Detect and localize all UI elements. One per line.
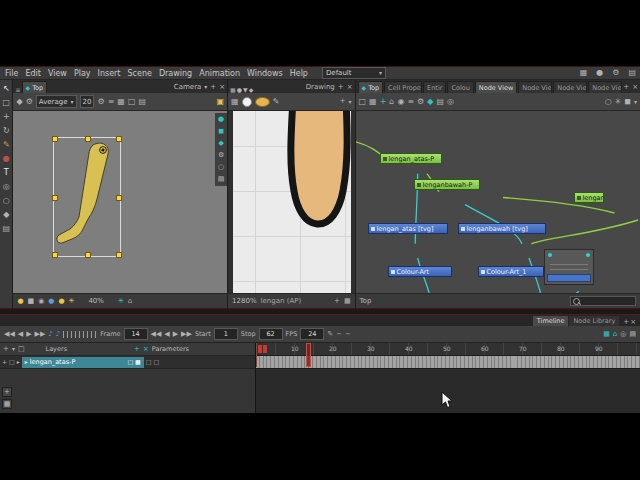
handle-ne[interactable]: [116, 136, 122, 142]
fps-field[interactable]: 24: [300, 328, 324, 340]
menu-icon[interactable]: ≡: [407, 98, 414, 106]
hand-tool-icon[interactable]: ◆: [3, 211, 9, 219]
port-icon[interactable]: [548, 253, 552, 257]
add-icon[interactable]: +: [334, 298, 340, 305]
box-icon[interactable]: □: [359, 98, 367, 106]
bars-icon[interactable]: ▤: [628, 69, 636, 77]
add-view-icon[interactable]: +: [210, 84, 216, 91]
menu-play[interactable]: Play: [73, 69, 92, 78]
star-icon[interactable]: ✳: [615, 98, 622, 106]
tab-node-vie-3[interactable]: Node Vie: [588, 81, 622, 93]
node-lenganbawah-tvg[interactable]: lenganbawah [tvg]: [458, 223, 546, 234]
workspace-select[interactable]: Default ▾: [322, 67, 386, 79]
handle-sw[interactable]: [52, 252, 58, 258]
tab-node-view[interactable]: Node View: [475, 81, 517, 93]
frame-ruler[interactable]: 10 20 30 40 50 60 70 80 90: [256, 343, 640, 356]
diamond-icon[interactable]: ◆: [427, 98, 433, 106]
add-icon[interactable]: +: [2, 359, 7, 365]
add-layer-icon[interactable]: +: [3, 346, 9, 353]
selection-box[interactable]: [53, 137, 121, 257]
flash-icon[interactable]: ✳: [69, 298, 75, 305]
dot-icon[interactable]: ●: [596, 69, 603, 77]
eyedropper-tool-icon[interactable]: ◎: [3, 183, 10, 191]
chevron-down-icon[interactable]: ▾: [634, 99, 637, 105]
text-tool-icon[interactable]: T: [4, 169, 9, 177]
node-graph[interactable]: lengan_atas-P lenganbawah-P lengan lenga…: [356, 111, 640, 293]
transform-icon[interactable]: ◆: [16, 98, 22, 106]
step-back-button[interactable]: ◀: [164, 331, 169, 338]
smoothing-value-stepper[interactable]: 20: [80, 95, 95, 108]
bars-icon[interactable]: ▤: [138, 98, 146, 106]
node-group-breadcrumb[interactable]: Top: [360, 297, 372, 305]
light-bulb-icon[interactable]: [242, 97, 252, 107]
bars-icon[interactable]: ▤: [436, 98, 444, 106]
grid-icon[interactable]: ▦: [580, 69, 588, 77]
close-view-icon[interactable]: ×: [219, 84, 225, 91]
pencil-tool-icon[interactable]: ✎: [3, 141, 10, 149]
current-colour-swatch[interactable]: [255, 97, 270, 107]
camera-zoom-level[interactable]: 40%: [88, 297, 104, 305]
sound-scrub-icon[interactable]: ♪: [56, 331, 60, 338]
tab-node-library[interactable]: Node Library: [569, 316, 619, 326]
yellow-flag-icon[interactable]: ●: [58, 298, 64, 305]
grid-toggle-icon[interactable]: ▦: [231, 98, 239, 106]
tab-node-vie-2[interactable]: Node Vies: [553, 81, 587, 93]
grid-icon[interactable]: ▦: [369, 98, 377, 106]
tab-cell-properties[interactable]: Cell Propertie: [384, 81, 422, 93]
grid-icon[interactable]: ▦: [603, 331, 610, 338]
add-view-icon[interactable]: +: [338, 84, 344, 91]
view-gear-icon[interactable]: ⚙: [218, 152, 224, 159]
select-tool-icon[interactable]: ↖: [3, 85, 10, 93]
playhead[interactable]: [306, 343, 311, 367]
node-search-input[interactable]: [570, 296, 636, 306]
chevron-down-icon[interactable]: ▾: [12, 346, 15, 352]
composite-bar[interactable]: [547, 274, 591, 282]
limb-artwork[interactable]: [283, 111, 350, 249]
menu-view[interactable]: View: [47, 69, 68, 78]
add-param-icon[interactable]: +: [134, 346, 140, 353]
go-first-button[interactable]: ◀◀: [151, 331, 162, 338]
gear2-icon[interactable]: ⚙: [97, 98, 104, 106]
rotate-tool-icon[interactable]: ↻: [3, 127, 10, 135]
cube-icon[interactable]: ◼: [624, 98, 631, 106]
node-lengan-atas-tvg[interactable]: lengan_atas [tvg]: [368, 223, 448, 234]
box-icon[interactable]: □: [128, 98, 136, 106]
add-button[interactable]: +: [2, 387, 12, 397]
circle-icon[interactable]: ○: [605, 98, 612, 106]
node-colour-art-1[interactable]: Colour-Art_1: [478, 266, 544, 277]
view-bars-icon[interactable]: ▤: [218, 176, 225, 183]
sound-icon[interactable]: ♪: [48, 331, 52, 338]
ease-curve2-icon[interactable]: ~: [345, 331, 351, 338]
light-table-icon[interactable]: ●: [17, 298, 23, 305]
handle-e[interactable]: [116, 195, 122, 201]
add-icon[interactable]: +: [340, 98, 346, 105]
prev-frame-button[interactable]: ◀: [18, 331, 23, 338]
chevron-down-icon[interactable]: ▾: [204, 84, 207, 90]
node-lenganbawah-p[interactable]: lenganbawah-P: [414, 179, 480, 190]
close-view-icon[interactable]: ×: [630, 319, 636, 326]
zoom-tool-icon[interactable]: ○: [3, 197, 10, 205]
close-view-icon[interactable]: ×: [347, 84, 353, 91]
frame-field[interactable]: 14: [124, 328, 148, 340]
home-icon[interactable]: ⌂: [128, 298, 132, 305]
close-view-icon[interactable]: ×: [632, 84, 638, 91]
tab-top[interactable]: ◆ Top: [358, 81, 384, 93]
home-icon[interactable]: ⌂: [613, 331, 617, 338]
composite-node-panel[interactable]: [544, 249, 594, 285]
tab-node-vie-1[interactable]: Node Vie: [518, 81, 552, 93]
playback-range-slider[interactable]: [63, 331, 97, 338]
grid-icon[interactable]: ▦: [344, 298, 351, 305]
view-circle-icon[interactable]: ○: [218, 164, 224, 171]
stop-marker[interactable]: [263, 345, 267, 353]
node-colour-art[interactable]: Colour-Art: [388, 266, 452, 277]
menu-file[interactable]: File: [4, 69, 19, 78]
tab-timeline[interactable]: Timeline: [533, 316, 569, 326]
view-diamond-icon[interactable]: ◆: [218, 140, 223, 147]
layer-lengan-atas-p[interactable]: ▸ lengan_atas-P □ ■: [22, 357, 144, 368]
pencil-icon[interactable]: ✎: [327, 331, 333, 338]
node-lengan-clipped[interactable]: lengan: [574, 192, 604, 203]
node-lengan-atas-p[interactable]: lengan_atas-P: [380, 153, 442, 164]
stop-field[interactable]: 62: [259, 328, 283, 340]
add-view-icon[interactable]: +: [623, 84, 629, 91]
shape-tool-icon[interactable]: ▤: [2, 225, 10, 233]
